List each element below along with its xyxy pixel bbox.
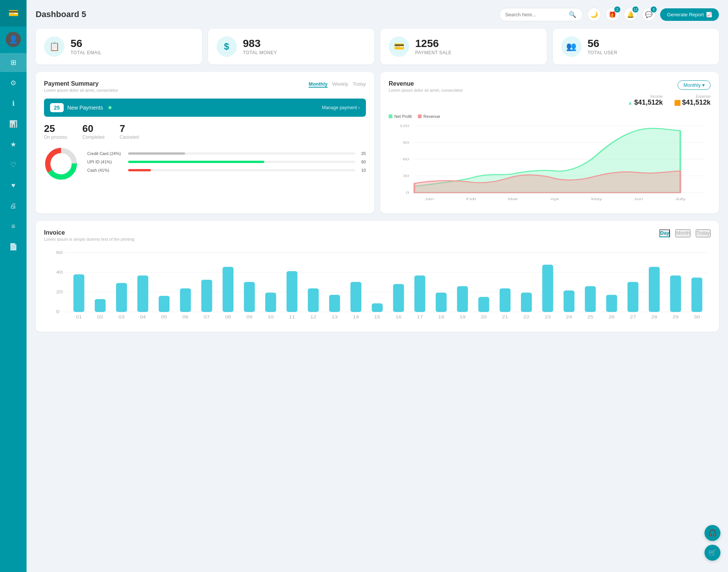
header: Dashboard 5 🔍 🌙 🎁 2 🔔 12 💬 5 Gen xyxy=(36,8,719,21)
svg-text:60: 60 xyxy=(403,157,409,161)
invoice-bar xyxy=(244,282,255,312)
invoice-bar xyxy=(500,288,511,312)
svg-text:05: 05 xyxy=(161,315,167,319)
svg-text:Feb: Feb xyxy=(466,197,476,201)
new-payments-label: New Payments xyxy=(67,105,103,111)
svg-text:13: 13 xyxy=(331,315,337,319)
sidebar-logo[interactable]: 💳 xyxy=(0,0,27,27)
progress-bars: Credit Card (24%) 25 UPI ID (41%) 60 xyxy=(87,151,366,176)
svg-text:Jun: Jun xyxy=(634,197,643,201)
income-arrow-icon: ▲ xyxy=(628,100,633,106)
stat-on-process: 25 On process xyxy=(44,123,67,140)
svg-text:0: 0 xyxy=(406,190,409,195)
sidebar-item-settings[interactable]: ⚙ xyxy=(0,74,27,92)
revenue-subtitle: Lorem ipsum dolor sit amet, consectetur xyxy=(389,88,463,92)
tab-monthly[interactable]: Monthly xyxy=(309,80,328,88)
invoice-chart: 60 40 20 0 01020304050607080910111213141… xyxy=(44,248,711,323)
payment-summary-subtitle: Lorem ipsum dolor sit amet, consectetur xyxy=(44,88,118,92)
sidebar-item-heart-filled[interactable]: ♥ xyxy=(0,176,27,195)
user-label: TOTAL USER xyxy=(588,50,618,55)
pb-upi: UPI ID (41%) 60 xyxy=(87,160,366,164)
tab-day[interactable]: Day xyxy=(659,229,670,237)
svg-text:July: July xyxy=(675,197,686,201)
invoice-bar xyxy=(563,290,574,312)
revenue-period-dropdown[interactable]: Monthly ▾ xyxy=(678,80,711,90)
net-profit-dot xyxy=(389,114,392,118)
invoice-bar xyxy=(180,288,191,312)
gift-btn[interactable]: 🎁 2 xyxy=(606,8,619,21)
email-count: 56 xyxy=(71,38,102,50)
dropdown-label: Monthly xyxy=(683,82,701,88)
tab-weekly[interactable]: Weekly xyxy=(332,80,348,88)
expense-item: Expense 🟧 $41,512k xyxy=(674,94,711,107)
svg-text:07: 07 xyxy=(204,315,210,319)
invoice-bar xyxy=(223,267,234,312)
payment-label: PAYMENT SALE xyxy=(415,50,452,55)
payment-summary-title: Payment Summary xyxy=(44,80,118,87)
notification-badge: 12 xyxy=(632,6,639,13)
svg-text:May: May xyxy=(591,197,602,201)
svg-text:19: 19 xyxy=(460,315,466,319)
cart-float-btn[interactable]: 🛒 xyxy=(704,545,720,561)
invoice-bar xyxy=(649,267,660,312)
svg-text:15: 15 xyxy=(374,315,380,319)
cart-icon: 🛒 xyxy=(708,548,717,557)
invoice-bar xyxy=(265,293,276,312)
tab-month[interactable]: Month xyxy=(675,229,690,237)
manage-payment-link[interactable]: Manage payment › xyxy=(322,105,360,110)
generate-report-button[interactable]: Generate Report 📈 xyxy=(660,8,719,21)
svg-text:23: 23 xyxy=(544,315,551,319)
tab-today[interactable]: Today xyxy=(696,229,711,237)
svg-text:10: 10 xyxy=(268,315,274,319)
svg-text:01: 01 xyxy=(76,315,82,319)
invoice-bar xyxy=(393,284,404,312)
chat-btn[interactable]: 💬 5 xyxy=(642,8,656,21)
sidebar-item-info[interactable]: ℹ xyxy=(0,94,27,113)
gift-badge: 2 xyxy=(614,6,620,13)
invoice-bar xyxy=(201,280,212,312)
income-expense: Income ▲ $41,512k Expense 🟧 $41,512k xyxy=(628,94,711,107)
payment-count: 1256 xyxy=(415,38,452,50)
pb-credit-card: Credit Card (24%) 25 xyxy=(87,151,366,156)
svg-text:28: 28 xyxy=(651,315,657,319)
revenue-dot xyxy=(418,114,422,118)
sidebar-item-heart-outline[interactable]: ♡ xyxy=(0,155,27,174)
sidebar-item-star[interactable]: ★ xyxy=(0,135,27,154)
svg-text:17: 17 xyxy=(417,315,423,319)
invoice-bar xyxy=(670,276,681,312)
search-box[interactable]: 🔍 xyxy=(499,8,583,21)
expense-icon: 🟧 xyxy=(674,100,681,106)
notification-btn[interactable]: 🔔 12 xyxy=(624,8,637,21)
svg-text:120: 120 xyxy=(400,124,409,128)
svg-text:30: 30 xyxy=(694,315,700,319)
invoice-bar xyxy=(585,286,596,312)
tab-today[interactable]: Today xyxy=(353,80,366,88)
invoice-bar xyxy=(287,271,298,312)
user-avatar[interactable]: 👤 xyxy=(6,32,21,47)
pb-fill-credit xyxy=(128,152,185,155)
sidebar-item-dashboard[interactable]: ⊞ xyxy=(0,53,27,72)
sidebar-item-chart[interactable]: 📊 xyxy=(0,114,27,133)
logo-icon: 💳 xyxy=(8,8,19,18)
expense-value: $41,512k xyxy=(682,99,711,107)
search-input[interactable] xyxy=(505,12,566,17)
sidebar-item-file[interactable]: 📄 xyxy=(0,237,27,256)
legend-revenue: Revenue xyxy=(418,114,440,119)
sidebar-item-list[interactable]: ≡ xyxy=(0,217,27,236)
sidebar-item-print[interactable]: 🖨 xyxy=(0,196,27,215)
invoice-bar xyxy=(457,286,468,312)
svg-text:27: 27 xyxy=(630,315,636,319)
svg-text:26: 26 xyxy=(609,315,615,319)
svg-text:25: 25 xyxy=(587,315,593,319)
money-icon: $ xyxy=(224,41,229,52)
invoice-bar xyxy=(372,303,383,312)
stat-canceled: 7 Canceled xyxy=(119,123,139,140)
invoice-bar xyxy=(329,295,340,312)
support-float-btn[interactable]: 🎧 xyxy=(704,525,720,541)
svg-text:09: 09 xyxy=(246,315,253,319)
income-label: Income xyxy=(628,94,663,99)
invoice-bar xyxy=(478,297,489,312)
theme-toggle-btn[interactable]: 🌙 xyxy=(587,8,601,21)
invoice-bar xyxy=(74,274,85,312)
svg-text:29: 29 xyxy=(673,315,679,319)
